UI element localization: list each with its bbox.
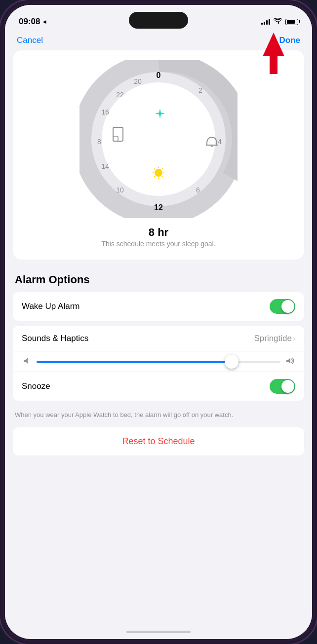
svg-text:4: 4: [218, 138, 222, 146]
volume-high-icon: [285, 357, 295, 366]
sounds-group: Sounds & Haptics Springtide ›: [13, 326, 304, 401]
reset-to-schedule-button[interactable]: Reset to Schedule: [13, 427, 304, 455]
svg-line-25: [162, 176, 163, 177]
snooze-row[interactable]: Snooze: [13, 372, 304, 401]
sounds-haptics-label: Sounds & Haptics: [22, 334, 88, 343]
svg-text:12: 12: [154, 203, 163, 212]
sleep-hours-label: 8 hr: [21, 226, 296, 239]
svg-text:6: 6: [196, 186, 200, 194]
svg-text:2: 2: [198, 86, 202, 94]
svg-text:14: 14: [101, 162, 109, 170]
home-indicator: [126, 631, 191, 633]
sounds-value: Springtide ›: [254, 334, 295, 343]
svg-text:22: 22: [116, 91, 124, 99]
wifi-icon: [274, 18, 282, 26]
toggle-knob: [281, 300, 294, 313]
snooze-toggle[interactable]: [270, 379, 295, 394]
wake-up-alarm-row[interactable]: Wake Up Alarm: [13, 292, 304, 321]
nav-bar: Cancel Done: [5, 32, 312, 50]
reset-button-container: Reset to Schedule: [13, 427, 304, 455]
svg-text:0: 0: [157, 71, 161, 79]
svg-line-24: [155, 169, 156, 170]
wake-up-alarm-group: Wake Up Alarm: [13, 292, 304, 321]
volume-slider[interactable]: [37, 361, 280, 363]
volume-row[interactable]: [13, 351, 304, 372]
scroll-content[interactable]: 0 2 4 6 12 10 8 22 20 16 14: [5, 50, 312, 631]
volume-low-icon: [22, 357, 32, 366]
clock-dial[interactable]: 0 2 4 6 12 10 8 22 20 16 14: [79, 60, 238, 218]
svg-text:16: 16: [101, 108, 109, 116]
cancel-button[interactable]: Cancel: [17, 36, 43, 45]
sleep-info: 8 hr This schedule meets your sleep goal…: [21, 226, 296, 248]
chevron-right-icon: ›: [293, 334, 295, 342]
done-button[interactable]: Done: [279, 36, 301, 45]
svg-text:10: 10: [116, 186, 124, 194]
dynamic-island: [129, 12, 188, 29]
status-bar: 09:08 ◂: [5, 5, 312, 32]
alarm-options-title: Alarm Options: [5, 269, 312, 292]
status-icons: [261, 18, 298, 26]
screen: 09:08 ◂: [5, 5, 312, 639]
svg-text:8: 8: [97, 138, 101, 146]
signal-icon: [261, 19, 270, 25]
svg-line-26: [162, 169, 163, 170]
svg-text:20: 20: [134, 77, 142, 85]
watch-note: When you wear your Apple Watch to bed, t…: [5, 406, 312, 427]
location-icon: ◂: [43, 18, 46, 25]
battery-icon: [285, 19, 298, 25]
svg-point-19: [155, 169, 162, 177]
svg-line-27: [155, 176, 156, 177]
clock-section: 0 2 4 6 12 10 8 22 20 16 14: [13, 50, 304, 260]
phone-frame: 09:08 ◂: [0, 0, 317, 644]
sleep-goal-label: This schedule meets your sleep goal.: [21, 240, 296, 248]
toggle-knob-snooze: [281, 380, 294, 393]
sounds-haptics-row[interactable]: Sounds & Haptics Springtide ›: [13, 326, 304, 351]
snooze-label: Snooze: [22, 381, 50, 391]
svg-point-4: [102, 82, 215, 196]
status-time: 09:08 ◂: [19, 17, 46, 27]
wake-up-alarm-label: Wake Up Alarm: [22, 302, 79, 311]
wake-up-alarm-toggle[interactable]: [270, 299, 295, 314]
